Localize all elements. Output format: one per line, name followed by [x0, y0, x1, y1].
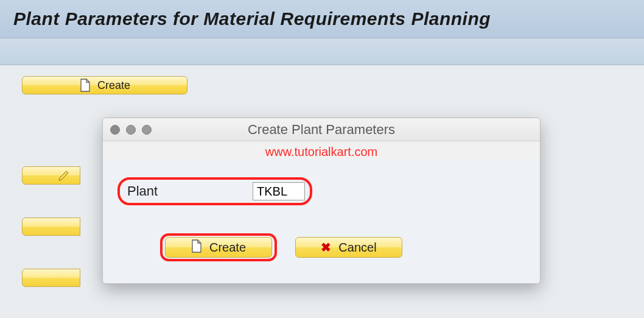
new-doc-icon [79, 79, 91, 91]
window-close-button[interactable] [110, 125, 120, 135]
page-title-bar: Plant Parameters for Material Requiremen… [0, 0, 644, 38]
highlight-plant-field: Plant [117, 177, 312, 205]
create-button[interactable]: Create [22, 76, 187, 94]
partial-button-3[interactable] [22, 269, 80, 287]
create-plant-parameters-dialog: Create Plant Parameters www.tutorialkart… [102, 118, 541, 284]
dialog-titlebar: Create Plant Parameters [103, 118, 540, 141]
dialog-cancel-button[interactable]: ✖ Cancel [295, 237, 402, 258]
plant-field-row: Plant [117, 177, 525, 205]
window-controls [110, 125, 152, 135]
plant-input[interactable] [253, 182, 305, 200]
dialog-create-label: Create [209, 241, 246, 255]
window-zoom-button[interactable] [142, 125, 152, 135]
page-title: Plant Parameters for Material Requiremen… [13, 9, 631, 29]
partial-button-2[interactable] [22, 217, 80, 236]
watermark-text: www.tutorialkart.com [103, 145, 540, 159]
create-button-label: Create [97, 79, 130, 92]
toolbar-strip [0, 38, 644, 65]
dialog-button-row: Create ✖ Cancel [117, 233, 525, 261]
window-minimize-button[interactable] [126, 125, 136, 135]
new-doc-icon [191, 239, 202, 256]
highlight-create-button: Create [160, 233, 277, 261]
dialog-create-button[interactable]: Create [165, 237, 272, 258]
cancel-x-icon: ✖ [321, 240, 331, 255]
dialog-title: Create Plant Parameters [103, 122, 540, 138]
dialog-cancel-label: Cancel [338, 241, 376, 255]
dialog-body: Plant Create [103, 159, 540, 283]
pencil-icon [58, 168, 71, 183]
create-button-row: Create [22, 76, 622, 94]
partial-button-1[interactable] [22, 166, 80, 185]
content-area: Create [0, 65, 644, 132]
plant-field-label: Plant [125, 183, 253, 199]
